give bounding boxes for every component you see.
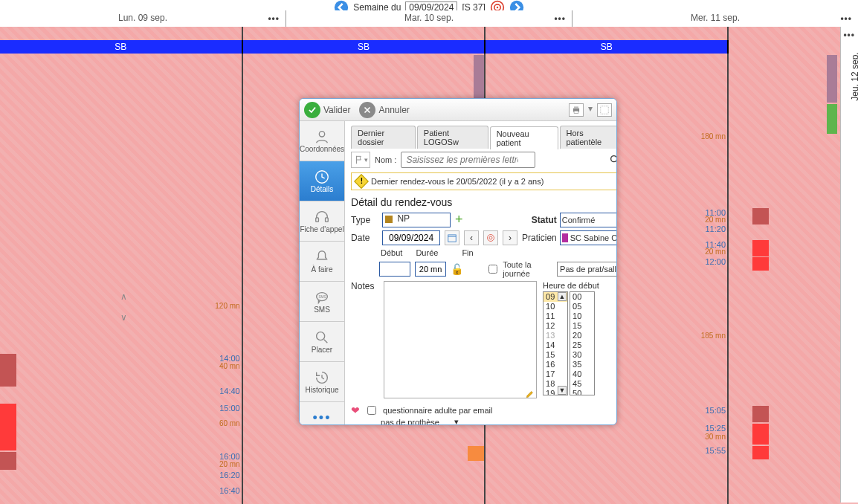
day-header[interactable]: Mer. 11 sep. ••• [572, 10, 858, 27]
svg-rect-17 [448, 235, 457, 242]
scroll-down-icon[interactable]: ▼ [558, 386, 567, 395]
event-block[interactable] [827, 55, 837, 103]
event-block[interactable] [468, 446, 484, 461]
minute-list[interactable]: 00 05 10 15 20 25 30 35 40 45 50 55 [570, 291, 595, 395]
print-icon[interactable] [569, 103, 584, 117]
list-item[interactable]: 05 [570, 302, 594, 311]
collapsed-day-column[interactable]: ••• Jeu. 12 sep. [840, 27, 858, 503]
warning-icon: ! [354, 174, 369, 189]
event-block[interactable] [827, 104, 837, 134]
calendar-picker-button[interactable] [445, 230, 459, 245]
list-item[interactable]: 13 [543, 331, 567, 340]
list-item[interactable]: 25 [570, 340, 594, 350]
debut-input[interactable] [379, 262, 410, 277]
prev-date-button[interactable]: ‹ [464, 230, 479, 245]
list-item[interactable]: 45 [570, 379, 594, 389]
nav-historique[interactable]: Historique [300, 362, 344, 402]
statut-select[interactable]: Confirmé ▾ [560, 213, 617, 227]
dropdown-caret-icon[interactable]: ▾ [454, 417, 459, 425]
day-label: Mar. 10 sep. [404, 13, 454, 23]
event-block[interactable] [752, 446, 769, 459]
list-item[interactable]: 15 [543, 350, 567, 360]
duration-note: 60 mn [219, 419, 240, 427]
search-icon[interactable] [609, 154, 617, 166]
time-label: 16:20 [219, 471, 240, 479]
duree-input[interactable] [415, 262, 446, 277]
day-header[interactable]: Mar. 10 sep. ••• [286, 10, 572, 27]
event-block[interactable] [0, 404, 16, 450]
nav-details[interactable]: Détails [300, 161, 344, 201]
nav-fiche-appel[interactable]: Fiche d'appel [300, 201, 344, 242]
event-block[interactable] [752, 424, 769, 445]
event-block[interactable] [752, 240, 769, 256]
layout-icon[interactable] [597, 103, 612, 117]
list-item[interactable]: 11 [543, 311, 567, 321]
list-item[interactable]: 15 [570, 321, 594, 331]
list-item[interactable]: 35 [570, 360, 594, 369]
tab-patient-logosw[interactable]: Patient LOGOSw [417, 126, 488, 149]
nav-coordonnees[interactable]: Coordonnées [300, 121, 344, 161]
list-item[interactable]: 20 [570, 331, 594, 340]
nav-afaire[interactable]: À faire [300, 242, 344, 282]
event-block[interactable] [0, 452, 16, 470]
tab-hors-patientele[interactable]: Hors patientèle [560, 126, 618, 149]
cancel-button[interactable]: Annuler [359, 102, 409, 118]
notes-textarea[interactable] [384, 281, 537, 398]
praticien-select[interactable]: SC Sabine Ch ▾ [560, 230, 617, 245]
heart-icon[interactable]: ❤ [351, 404, 360, 416]
chevron-down-icon[interactable] [120, 312, 129, 321]
list-item[interactable]: 14 [543, 340, 567, 350]
dropdown-caret-icon[interactable]: ▾ [588, 103, 593, 117]
event-block[interactable] [752, 406, 769, 422]
next-date-button[interactable]: › [503, 230, 517, 245]
edit-icon[interactable] [525, 389, 535, 399]
time-label: 15:25 [705, 424, 726, 433]
svg-text:SMS: SMS [318, 295, 326, 299]
list-item[interactable]: 16 [543, 360, 567, 369]
flag-button[interactable]: ▾ [351, 152, 370, 168]
event-block[interactable] [0, 354, 16, 387]
day-menu-icon[interactable]: ••• [840, 13, 852, 24]
room-select[interactable]: Pas de prat/salle [557, 262, 617, 277]
sb-cell[interactable]: SB [486, 40, 729, 54]
list-item[interactable]: 30 [570, 350, 594, 360]
list-item[interactable]: 50 [570, 389, 594, 395]
validate-button[interactable]: Valider [304, 102, 350, 118]
nav-sms[interactable]: SMS SMS [300, 282, 344, 322]
hour-list[interactable]: ▲ 09 10 11 12 13 14 15 16 17 18 19 [543, 291, 568, 395]
day-header[interactable]: Lun. 09 sep. ••• [0, 10, 286, 27]
day-column-narrow[interactable] [729, 27, 840, 504]
type-select[interactable]: NP ▾ [382, 213, 451, 227]
questionnaire-checkbox[interactable] [367, 406, 376, 415]
list-item[interactable]: 12 [543, 321, 567, 331]
list-item[interactable]: 00 [570, 292, 594, 302]
date-input[interactable] [382, 230, 440, 245]
nav-options[interactable]: ••• Options [300, 402, 344, 425]
chevron-up-icon[interactable] [120, 291, 129, 300]
sb-cell[interactable]: SB [0, 40, 243, 54]
list-item[interactable]: 17 [543, 369, 567, 379]
patient-search-input[interactable] [401, 152, 535, 168]
event-block[interactable] [752, 208, 769, 224]
duration-note: 20 mn [219, 460, 240, 468]
list-item[interactable]: 10 [570, 311, 594, 321]
list-item[interactable]: 40 [570, 369, 594, 379]
day-menu-icon[interactable]: ••• [268, 13, 280, 24]
praticien-swatch-icon [562, 233, 568, 242]
day-menu-icon[interactable]: ••• [554, 13, 566, 24]
list-item[interactable]: 10 [543, 302, 567, 311]
tab-dernier-dossier[interactable]: Dernier dossier [351, 126, 416, 149]
add-type-button[interactable]: + [455, 214, 467, 226]
sb-cell[interactable]: SB [243, 40, 486, 54]
prothese-select[interactable]: pas de prothèse [381, 418, 439, 426]
today-button[interactable] [483, 230, 498, 245]
tab-nouveau-patient[interactable]: Nouveau patient [490, 126, 558, 149]
nav-placer[interactable]: Placer [300, 322, 344, 362]
allday-checkbox[interactable] [488, 265, 497, 274]
day-menu-icon[interactable]: ••• [843, 30, 855, 40]
event-block[interactable] [752, 257, 769, 271]
duration-note: 120 mn [215, 302, 239, 310]
scroll-up-icon[interactable]: ▲ [558, 292, 567, 301]
lock-icon[interactable]: 🔓 [451, 263, 463, 275]
event-block[interactable] [474, 55, 484, 103]
